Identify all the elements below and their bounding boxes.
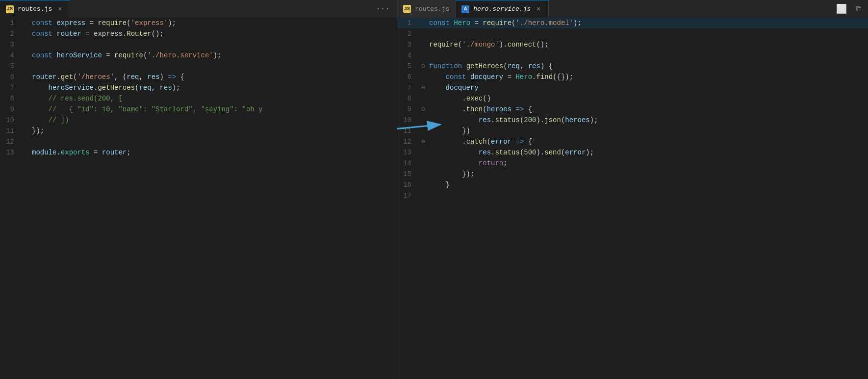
- token: express: [56, 19, 85, 27]
- line-content-11: });: [30, 126, 397, 136]
- code-line-2: 2: [397, 28, 868, 39]
- line-number-8: 8: [0, 93, 22, 104]
- line-number-5: 5: [0, 61, 22, 72]
- line-number-5: 5: [397, 61, 419, 72]
- token: res: [147, 73, 159, 81]
- line-number-4: 4: [0, 50, 22, 61]
- token: ).: [536, 116, 545, 124]
- token: return: [479, 159, 503, 167]
- tab-routes-right[interactable]: JS routes.js: [397, 0, 456, 18]
- editor-body: 1const express = require('express');2con…: [0, 18, 868, 379]
- code-line-3: 3: [0, 39, 397, 50]
- token: [429, 116, 479, 124]
- code-area-left[interactable]: 1const express = require('express');2con…: [0, 18, 397, 379]
- token: res: [160, 84, 172, 92]
- token: );: [590, 116, 598, 124]
- line-content-2: [427, 28, 868, 39]
- collapse-btn-7[interactable]: ⊖: [419, 82, 427, 93]
- token: './mongo': [462, 41, 499, 49]
- code-line-4: 4: [397, 50, 868, 61]
- search-toggle-btn[interactable]: ⬜: [834, 1, 849, 16]
- token: =: [503, 73, 515, 81]
- code-line-8: 8 // res.send(200, [: [0, 93, 397, 104]
- line-content-1: const Hero = require('./hero.model');: [427, 18, 868, 28]
- line-content-4: [427, 50, 868, 61]
- token: send: [544, 149, 561, 156]
- collapse-btn-5[interactable]: ⊖: [419, 61, 427, 72]
- code-line-2: 2const router = express.Router();: [0, 28, 397, 39]
- line-number-7: 7: [0, 82, 22, 93]
- code-line-4: 4const heroService = require('./hero.ser…: [0, 50, 397, 61]
- line-content-7: heroService.getHeroes(req, res);: [30, 82, 397, 93]
- code-area-right[interactable]: 1const Hero = require('./hero.model');2 …: [397, 18, 868, 379]
- more-options-left[interactable]: ···: [374, 2, 392, 15]
- token: connect: [508, 41, 536, 49]
- token: router: [32, 73, 56, 81]
- token: (: [503, 62, 507, 70]
- line-content-9: // { "id": 10, "name": "Starlord", "sayi…: [30, 104, 397, 115]
- line-content-6: const docquery = Hero.find({});: [427, 72, 868, 82]
- line-number-8: 8: [397, 93, 419, 104]
- token: 'express': [131, 19, 168, 27]
- line-number-1: 1: [0, 18, 22, 28]
- token: =: [102, 51, 114, 59]
- tab-bar-left: JS routes.js × ···: [0, 0, 397, 18]
- close-tab-hero-service[interactable]: ×: [535, 5, 542, 13]
- token: require: [114, 51, 143, 59]
- line-number-10: 10: [397, 115, 419, 126]
- line-number-13: 13: [0, 147, 22, 158]
- line-number-12: 12: [0, 136, 22, 147]
- token: require: [483, 19, 511, 27]
- code-line-6: 6 const docquery = Hero.find({});: [397, 72, 868, 82]
- line-content-4: const heroService = require('./hero.serv…: [30, 50, 397, 61]
- line-number-1: 1: [397, 18, 419, 28]
- token: router: [56, 30, 81, 38]
- token: ();: [536, 41, 548, 49]
- line-number-10: 10: [0, 115, 22, 126]
- collapse-btn-9[interactable]: ⊖: [419, 104, 427, 115]
- editor-pane-left: 1const express = require('express');2con…: [0, 18, 397, 379]
- tab-bar: JS routes.js × ··· JS routes.js A hero.s…: [0, 0, 868, 18]
- editor-container: JS routes.js × ··· JS routes.js A hero.s…: [0, 0, 868, 379]
- tab-bar-right: JS routes.js A hero.service.js × ⬜ ⧉: [397, 0, 868, 18]
- line-number-13: 13: [397, 147, 419, 158]
- code-line-12: 12⊖ .catch(error => {: [397, 136, 868, 147]
- token: }: [429, 181, 450, 189]
- tab-hero-service[interactable]: A hero.service.js ×: [456, 0, 549, 18]
- tab-routes-left[interactable]: JS routes.js ×: [0, 0, 70, 18]
- token: const: [32, 19, 56, 27]
- close-tab-routes-left[interactable]: ×: [56, 5, 64, 13]
- token: // { "id": 10, "name": "Starlord", "sayi…: [49, 105, 263, 113]
- token: const: [32, 30, 56, 38]
- line-number-2: 2: [0, 28, 22, 39]
- token: heroes: [565, 116, 589, 124]
- line-content-7: docquery: [427, 82, 868, 93]
- line-content-8: .exec(): [427, 93, 868, 104]
- token: [32, 116, 49, 124]
- token: = express.: [81, 30, 127, 38]
- token: =: [85, 19, 98, 27]
- code-line-5: 5⊖function getHeroes(req, res) {: [397, 61, 868, 72]
- token: (): [483, 95, 491, 102]
- token: find: [536, 73, 553, 81]
- token: catch: [466, 138, 487, 146]
- line-content-10: res.status(200).json(heroes);: [427, 115, 868, 126]
- token: );: [573, 19, 582, 27]
- line-content-5: [30, 61, 397, 72]
- line-number-3: 3: [397, 39, 419, 50]
- line-content-9: .then(heroes => {: [427, 104, 868, 115]
- token: docquery: [470, 73, 503, 81]
- line-number-3: 3: [0, 39, 22, 50]
- token: (: [487, 138, 491, 146]
- token: const: [446, 73, 470, 81]
- token: heroService: [56, 51, 102, 59]
- token: res: [528, 62, 540, 70]
- token: Hero: [515, 73, 532, 81]
- token: ,: [152, 84, 160, 92]
- token: );: [213, 51, 222, 59]
- collapse-btn-12[interactable]: ⊖: [419, 136, 427, 147]
- line-content-17: [427, 190, 868, 201]
- split-editor-btn[interactable]: ⧉: [854, 2, 863, 16]
- token: =: [90, 149, 102, 156]
- token: res: [479, 149, 491, 156]
